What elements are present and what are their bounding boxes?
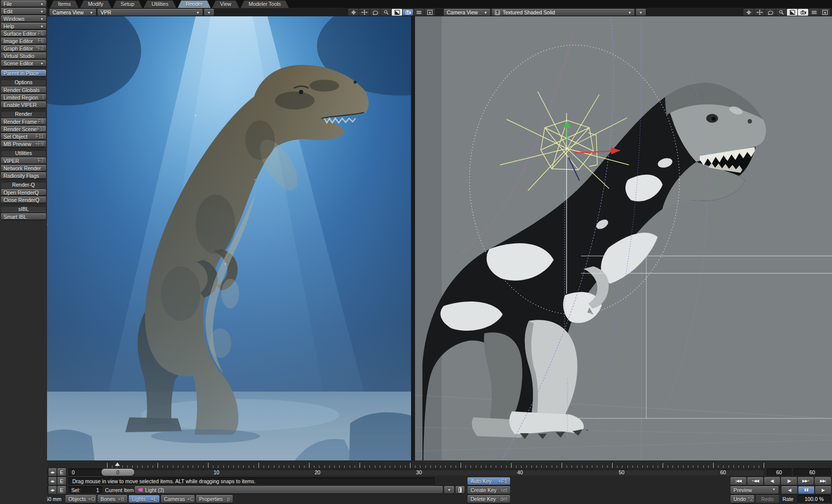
tab-modeler-tools[interactable]: Modeler Tools: [241, 0, 289, 8]
tab-modify[interactable]: Modify: [80, 0, 111, 8]
enable-viper-button[interactable]: Enable VIPER: [1, 101, 46, 108]
vpr-render-scene: [47, 16, 411, 460]
pan-icon[interactable]: [754, 9, 765, 16]
step-back-button[interactable]: [764, 477, 780, 485]
undo-button[interactable]: Undo^Z: [730, 495, 754, 503]
frame-slider-handle[interactable]: 0: [102, 469, 134, 476]
redo-button[interactable]: Redo: [756, 495, 779, 503]
current-frame-field[interactable]: 0: [68, 468, 102, 476]
camera-icon[interactable]: [798, 9, 808, 16]
maximize-icon[interactable]: [392, 9, 402, 16]
rate-label: Rate: [782, 495, 793, 503]
dropdown-arrow-icon: [639, 11, 643, 14]
timeline-ruler[interactable]: [0, 460, 832, 468]
close-renderq-button[interactable]: Close RenderQ: [1, 197, 46, 203]
vpr-viewport-canvas[interactable]: [47, 16, 411, 460]
dropdown-arrow-icon: [628, 11, 631, 14]
surface-editor-button[interactable]: Surface EditorF5: [1, 30, 46, 37]
pause-button[interactable]: [798, 486, 814, 494]
texture-mode-icon: T: [495, 10, 500, 15]
dropdown-arrow-icon: [40, 8, 44, 14]
layout-icon[interactable]: [424, 9, 435, 16]
tab-setup[interactable]: Setup: [113, 0, 142, 8]
y-nudge-stepper[interactable]: [49, 477, 56, 485]
bones-mode-button[interactable]: Bones+B: [98, 495, 127, 503]
tab-items[interactable]: Items: [50, 0, 79, 8]
parent-in-place-button[interactable]: Parent in Place: [1, 70, 46, 76]
left-viewport-options-dropdown[interactable]: [204, 9, 214, 16]
pan-icon[interactable]: [359, 9, 369, 16]
auto-key-button[interactable]: Auto Key+F1: [468, 477, 510, 485]
cameras-mode-button[interactable]: Cameras+C: [161, 495, 195, 503]
create-key-button[interactable]: Create Keyret: [468, 486, 510, 494]
lights-mode-button[interactable]: Lights+L: [129, 495, 159, 503]
left-view-mode-dropdown[interactable]: Camera View: [50, 9, 96, 16]
play-reverse-button[interactable]: [781, 486, 797, 494]
menu-edit[interactable]: Edit: [1, 8, 46, 14]
current-frame-marker-icon[interactable]: [115, 462, 120, 466]
right-render-mode-dropdown[interactable]: TTextured Shaded Solid: [492, 9, 634, 16]
left-render-mode-dropdown[interactable]: VPR: [98, 9, 203, 16]
play-button[interactable]: [815, 486, 831, 494]
limited-region-button[interactable]: Limited Regionl: [1, 94, 46, 101]
current-item-dropdown[interactable]: Light (3): [135, 486, 443, 494]
prev-keyframe-button[interactable]: [747, 477, 763, 485]
delete-key-button[interactable]: Delete Keydel: [468, 495, 510, 503]
section-header-renderq: Render-Q: [1, 182, 46, 188]
layout-icon[interactable]: [820, 9, 830, 16]
preview-dropdown[interactable]: Preview: [730, 486, 779, 494]
y-envelope-button[interactable]: E: [57, 477, 66, 485]
rate-value-field[interactable]: 100.0 %: [797, 495, 831, 503]
center-icon[interactable]: [743, 9, 754, 16]
render-frame-button[interactable]: Render FrameF9: [1, 118, 46, 125]
range-end-field[interactable]: 60: [767, 468, 791, 476]
scene-editor-button[interactable]: Scene Editor: [1, 60, 46, 66]
viewport-splitter[interactable]: [411, 8, 415, 460]
rotate-icon[interactable]: [370, 9, 380, 16]
zoom-icon[interactable]: [776, 9, 786, 16]
last-frame-field[interactable]: 60: [793, 468, 831, 476]
mb-preview-button[interactable]: MB Preview+F9: [1, 141, 46, 147]
maximize-icon[interactable]: [787, 9, 797, 16]
smart-ibl-button[interactable]: Smart IBL: [1, 213, 46, 220]
z-nudge-stepper[interactable]: [49, 486, 56, 494]
tab-utilities[interactable]: Utilities: [144, 0, 176, 8]
properties-button[interactable]: Propertiesp: [196, 495, 233, 503]
render-scene-button[interactable]: Render SceneF10: [1, 126, 46, 132]
tab-render[interactable]: Render: [178, 0, 210, 8]
first-frame-button[interactable]: [730, 477, 746, 485]
sel-object-button[interactable]: Sel ObjectF11: [1, 133, 46, 140]
step-forward-button[interactable]: [781, 477, 797, 485]
opengl-viewport-canvas[interactable]: [415, 16, 832, 460]
menu-help[interactable]: Help: [1, 23, 46, 29]
current-item-list-dropdown[interactable]: [444, 486, 454, 494]
item-properties-toggle[interactable]: [456, 486, 465, 494]
x-nudge-stepper[interactable]: [49, 468, 56, 476]
right-view-mode-dropdown[interactable]: Camera View: [444, 9, 490, 16]
zoom-icon[interactable]: [381, 9, 391, 16]
last-frame-button[interactable]: [815, 477, 831, 485]
objects-mode-button[interactable]: Objects+O: [65, 495, 96, 503]
open-renderq-button[interactable]: Open RenderQ: [1, 189, 46, 196]
network-render-button[interactable]: Network Render: [1, 165, 46, 171]
x-axis-row: X 0 m E 0 0 10 20 30 40 50 60 60 60: [0, 468, 832, 476]
x-envelope-button[interactable]: E: [57, 468, 66, 476]
graph-editor-button[interactable]: Graph Editor^F2: [1, 45, 46, 51]
z-envelope-button[interactable]: E: [57, 486, 66, 494]
menu-icon[interactable]: [414, 9, 424, 16]
camera-icon[interactable]: [403, 9, 413, 16]
render-globals-button[interactable]: Render Globals: [1, 87, 46, 93]
image-editor-button[interactable]: Image EditorF6: [1, 38, 46, 44]
rotate-icon[interactable]: [765, 9, 776, 16]
menu-windows[interactable]: Windows: [1, 15, 46, 22]
radiosity-flags-button[interactable]: Radiosity Flags: [1, 172, 46, 179]
right-viewport-options-dropdown[interactable]: [636, 9, 646, 16]
virtual-studio-button[interactable]: Virtual Studio: [1, 52, 46, 59]
menu-file[interactable]: File: [1, 0, 46, 7]
viper-button[interactable]: VIPERF7: [1, 157, 46, 164]
tab-view[interactable]: View: [212, 0, 239, 8]
menu-icon[interactable]: [809, 9, 819, 16]
timeline-track[interactable]: [104, 469, 765, 476]
center-icon[interactable]: [348, 9, 359, 16]
next-keyframe-button[interactable]: [798, 477, 814, 485]
